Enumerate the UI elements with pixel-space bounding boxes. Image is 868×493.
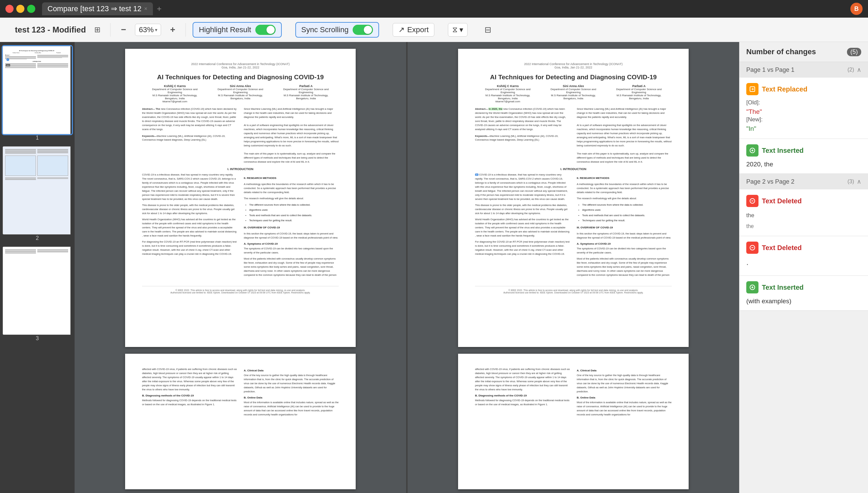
page-group-2-count: (3) (847, 179, 854, 185)
sync-scrolling-toggle[interactable] (353, 25, 373, 35)
right-section-intro: I. INTRODUCTION (475, 167, 672, 171)
right-doc-panel[interactable]: 2022 International Conference for Advanc… (408, 42, 739, 493)
sync-scrolling-label: Sync Scrolling (301, 25, 349, 34)
active-tab[interactable]: Compare [test 123 ⇒ test 12 × (42, 2, 153, 15)
tab-close-icon[interactable]: × (144, 6, 147, 12)
page-group-2-header[interactable]: Page 2 vs Page 2 (3) ∧ (739, 174, 868, 189)
maximize-button[interactable] (27, 5, 35, 13)
left-page-title: AI Techniques for Detecting and Diagnosi… (142, 73, 339, 82)
highlight-result-label: Highlight Result (199, 25, 251, 34)
highlight-result-toggle[interactable] (255, 25, 276, 35)
change-4-preview: · (746, 258, 861, 270)
change-item-1[interactable]: Text Replaced [Old]: "The" [New]: "In" (739, 78, 868, 139)
zoom-out-button[interactable]: − (117, 24, 130, 36)
change-item-2[interactable]: Text Inserted 2020, the (739, 139, 868, 173)
thumb-page-1[interactable]: AI Techniques for Detecting and Diagnosi… (3, 46, 72, 134)
change-2-header: Text Inserted (746, 144, 861, 157)
new-tab-button[interactable]: + (157, 4, 162, 14)
change-2-type-label: Text Inserted (762, 147, 804, 155)
change-1-new-value: "In" (746, 124, 861, 133)
right-conf-header: 2022 International Conference for Advanc… (475, 62, 672, 69)
tab-area: Compare [test 123 ⇒ test 12 × + (42, 2, 162, 15)
thumb-page-2-number: 2 (36, 235, 39, 241)
thumbnail-item-2[interactable]: 2 (3, 146, 72, 234)
filter-button[interactable]: ⧖ ▾ (448, 23, 468, 37)
avatar: B (850, 3, 863, 15)
page-group-1-label: Page 1 vs Page 1 (746, 66, 794, 74)
thumb-page-3-number: 3 (36, 335, 39, 342)
main-content: AI Techniques for Detecting and Diagnosi… (0, 42, 868, 493)
page-group-1-header[interactable]: Page 1 vs Page 1 (2) ∧ (739, 62, 868, 78)
change-1-header: Text Replaced (746, 83, 861, 95)
thumbnail-panel: AI Techniques for Detecting and Diagnosi… (0, 42, 75, 493)
page-group-2: Page 2 vs Page 2 (3) ∧ Text Deleted the … (739, 174, 868, 311)
left-page-2: affected with COVID-19 virus, if patient… (125, 354, 356, 489)
change-inserted-icon-1 (746, 144, 758, 157)
change-3-type-label: Text Deleted (762, 197, 802, 205)
traffic-lights (5, 5, 35, 13)
highlight-result-group: Highlight Result (193, 22, 281, 38)
highlight-section: Highlight Result (186, 22, 288, 38)
sync-toggle-knob (364, 26, 372, 34)
change-item-3[interactable]: Text Deleted the the (739, 189, 868, 236)
change-item-4[interactable]: Text Deleted · (739, 236, 868, 276)
change-2-value: 2020, the (746, 161, 861, 168)
changes-panel: Number of changes (5) Page 1 vs Page 1 (… (739, 42, 868, 493)
left-section-intro: I. INTRODUCTION (142, 167, 339, 171)
change-4-type-label: Text Deleted (762, 244, 802, 252)
zoom-control[interactable]: 63% ▾ (135, 24, 161, 36)
layout-section: ⊟ (474, 23, 501, 37)
thumb-page-3-img (3, 247, 71, 335)
doc-panels: 2022 International Conference for Advanc… (75, 42, 739, 493)
left-page-authors: Kshitij C Karns Department of Computer S… (142, 84, 339, 103)
right-intro-section: In COVID-19 is a infectious disease, tha… (475, 173, 672, 279)
minimize-button[interactable] (16, 5, 24, 13)
close-button[interactable] (5, 5, 14, 13)
thumb-page-2[interactable] (3, 146, 72, 234)
change-3-header: Text Deleted (746, 195, 861, 207)
change-3-body: the (746, 222, 861, 231)
thumb-page-1-number: 1 (36, 135, 39, 141)
zoom-section: − 63% ▾ + (111, 24, 185, 36)
export-section: ↗ Export (386, 23, 441, 37)
right-page-footer: © IEEE 2022. This article is free to acc… (475, 286, 672, 294)
changes-header: Number of changes (5) (739, 42, 868, 62)
left-abstract-section: Abstract— The new Coronavirus infection … (142, 107, 339, 164)
zoom-in-button[interactable]: + (166, 24, 179, 36)
change-1-old-label: [Old]: (746, 99, 861, 106)
zoom-chevron-icon: ▾ (155, 27, 157, 33)
zoom-value: 63% (139, 25, 154, 34)
right-page-2: affected with COVID-19 virus, if patient… (458, 354, 689, 489)
change-item-5[interactable]: Text Inserted (with examples) (739, 276, 868, 310)
left-page-footer: © IEEE 2022. This article is free to acc… (142, 286, 339, 294)
right-page-authors: Kshitij C Karns Department of Computer S… (475, 84, 672, 103)
layout-button[interactable]: ⊟ (481, 23, 495, 37)
thumbnail-item-3[interactable]: 3 (3, 247, 72, 335)
changes-count: (5) (847, 48, 861, 56)
change-3-preview: the (746, 211, 861, 220)
page-group-1: Page 1 vs Page 1 (2) ∧ Text Replaced [Ol… (739, 62, 868, 174)
toolbar-title-section: test 123 - Modified ⊞ (8, 24, 110, 36)
change-1-old-value: "The" (746, 107, 861, 116)
left-page2-content: affected with COVID-19 virus, if patient… (142, 367, 339, 419)
page-group-2-chevron[interactable]: ∧ (857, 178, 861, 185)
left-page-1: 2022 International Conference for Advanc… (125, 49, 356, 347)
change-deleted-icon-1 (746, 195, 758, 207)
thumbnail-item-1[interactable]: AI Techniques for Detecting and Diagnosi… (3, 46, 72, 134)
toolbar: test 123 - Modified ⊞ − 63% ▾ + Highligh… (0, 18, 868, 42)
change-4-header: Text Deleted (746, 242, 861, 254)
export-button[interactable]: ↗ Export (393, 23, 435, 37)
thumb-page-2-img (3, 146, 71, 234)
left-conf-header: 2022 International Conference for Advanc… (142, 62, 339, 69)
highlight-toggle-knob (267, 26, 275, 34)
layers-button[interactable]: ⊞ (91, 24, 103, 36)
sync-scrolling-group: Sync Scrolling (295, 22, 379, 38)
page-group-1-chevron[interactable]: ∧ (857, 66, 861, 74)
left-doc-panel[interactable]: 2022 International Conference for Advanc… (75, 42, 406, 493)
change-inserted-icon-2 (746, 281, 758, 293)
change-5-value: (with examples) (746, 297, 861, 305)
filter-section: ⧖ ▾ (441, 23, 474, 37)
filter-chevron: ▾ (459, 25, 463, 34)
right-abstract-section: Abstract— In 2020, the new Coronavirus i… (475, 107, 672, 164)
thumb-page-3[interactable] (3, 247, 72, 335)
